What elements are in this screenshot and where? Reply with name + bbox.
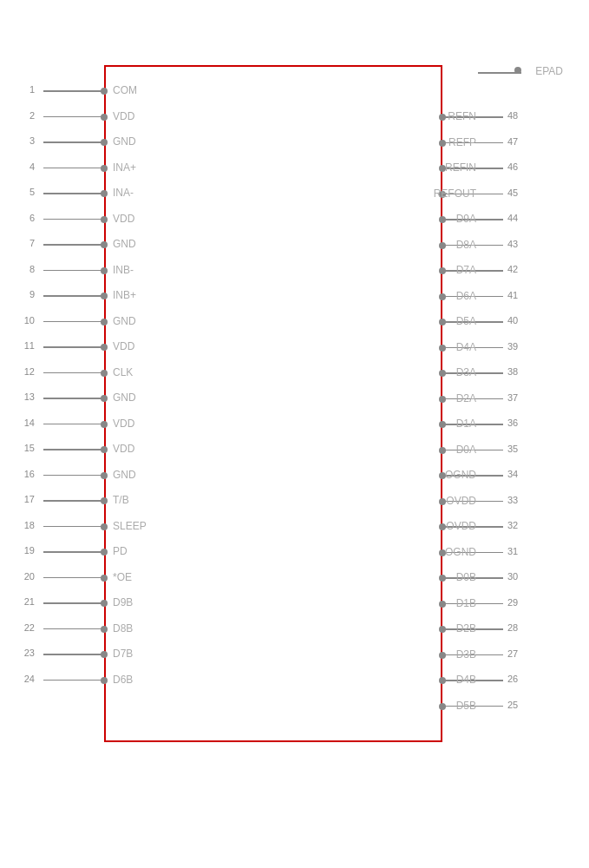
left-pin-line-22 (43, 628, 104, 630)
right-pin-39: 39D4A (434, 339, 589, 357)
left-pin-dot-11 (101, 344, 108, 351)
left-pin-3: 3GND (0, 134, 113, 151)
left-pin-number-5: 5 (29, 187, 35, 197)
right-pin-41: 41D6A (434, 288, 589, 306)
right-pin-label-25: D5B (456, 700, 476, 712)
left-pin-label-21: D9B (113, 596, 133, 608)
left-pin-label-14: VDD (113, 418, 134, 430)
left-pin-21: 21D9B (0, 595, 113, 612)
right-pin-31: 31OGND (434, 544, 589, 562)
left-pin-dot-20 (101, 575, 108, 582)
left-pin-label-13: GND (113, 391, 136, 404)
right-pin-label-45: REFOUT (434, 187, 476, 200)
left-pin-dot-10 (101, 319, 108, 326)
right-pin-number-32: 32 (507, 520, 518, 530)
left-pin-dot-15 (101, 446, 108, 453)
left-pin-7: 7GND (0, 236, 113, 253)
right-pin-32: 32OVDD (434, 518, 589, 536)
left-pin-label-11: VDD (113, 340, 134, 352)
left-pin-dot-5 (101, 190, 108, 197)
left-pin-line-6 (43, 219, 104, 220)
right-pin-46: 46REFIN (434, 160, 589, 177)
left-pin-label-15: VDD (113, 443, 134, 455)
right-pin-number-43: 43 (507, 239, 518, 249)
right-pin-label-35: D0A (456, 444, 476, 456)
right-pin-38: 38D3A (434, 365, 589, 382)
right-pin-40: 40D5A (434, 313, 589, 331)
ic-body (104, 65, 442, 742)
left-pin-label-19: PD (113, 545, 128, 557)
left-pin-dot-21 (101, 600, 108, 607)
left-pin-line-21 (43, 602, 104, 604)
left-pin-line-13 (43, 398, 104, 399)
right-pin-label-43: D8A (456, 239, 476, 251)
right-pin-label-30: D0B (456, 571, 476, 583)
left-pin-label-12: CLK (113, 366, 133, 378)
left-pin-line-15 (43, 449, 104, 450)
left-pin-dot-13 (101, 395, 108, 402)
right-pin-number-44: 44 (507, 213, 518, 223)
left-pin-number-6: 6 (29, 213, 35, 223)
right-pin-number-46: 46 (507, 161, 518, 172)
right-pin-number-42: 42 (507, 264, 518, 274)
right-pin-label-27: D3B (456, 648, 476, 661)
left-pin-number-19: 19 (24, 545, 35, 556)
left-pin-label-8: INB- (113, 264, 134, 276)
left-pin-dot-7 (101, 241, 108, 248)
epad-top-dot (514, 67, 521, 74)
right-pin-number-30: 30 (507, 571, 518, 582)
right-pin-number-31: 31 (507, 546, 518, 556)
left-pin-14: 14VDD (0, 416, 113, 433)
left-pin-dot-16 (101, 472, 108, 479)
left-pin-line-23 (43, 654, 104, 655)
left-pin-label-18: SLEEP (113, 520, 147, 532)
left-pin-line-9 (43, 295, 104, 297)
left-pin-line-24 (43, 680, 104, 681)
left-pin-dot-2 (101, 114, 108, 121)
left-pin-6: 6VDD (0, 211, 113, 228)
left-pin-dot-17 (101, 497, 108, 504)
right-pin-number-41: 41 (507, 290, 518, 300)
left-pin-line-4 (43, 168, 104, 169)
left-pin-label-3: GND (113, 135, 136, 148)
right-pin-26: 26D4B (434, 672, 589, 689)
right-pin-number-26: 26 (507, 674, 518, 684)
left-pin-line-7 (43, 244, 104, 246)
left-pin-number-21: 21 (24, 596, 35, 607)
left-pin-number-14: 14 (24, 418, 35, 428)
left-pin-number-10: 10 (24, 315, 35, 326)
right-pin-label-31: OGND (445, 546, 476, 558)
right-pin-number-27: 27 (507, 648, 518, 659)
right-pin-number-28: 28 (507, 622, 518, 633)
right-pin-label-46: REFIN (445, 161, 476, 174)
right-pin-30: 30D0B (434, 569, 589, 587)
right-pin-45: 45REFOUT (434, 186, 589, 203)
right-pin-47: 47REFP (434, 135, 589, 152)
right-pin-number-45: 45 (507, 187, 518, 198)
right-pin-number-36: 36 (507, 418, 518, 428)
right-pin-label-42: D7A (456, 264, 476, 276)
left-pin-dot-4 (101, 165, 108, 172)
left-pin-number-4: 4 (29, 161, 35, 172)
left-pin-number-3: 3 (29, 135, 35, 146)
left-pin-label-5: INA- (113, 187, 134, 199)
left-pin-number-22: 22 (24, 622, 35, 633)
left-pin-5: 5INA- (0, 185, 113, 202)
left-pin-line-17 (43, 500, 104, 502)
right-pin-number-35: 35 (507, 444, 518, 454)
left-pin-15: 15VDD (0, 441, 113, 458)
right-pin-number-37: 37 (507, 392, 518, 403)
left-pin-label-20: *OE (113, 571, 132, 583)
left-pin-9: 9INB+ (0, 287, 113, 305)
left-pin-number-8: 8 (29, 264, 35, 274)
right-pin-label-47: REFP (448, 136, 476, 148)
left-pin-10: 10GND (0, 313, 113, 331)
left-pin-16: 16GND (0, 467, 113, 484)
right-pin-37: 37D2A (434, 391, 589, 408)
left-pin-number-1: 1 (29, 84, 35, 95)
right-pin-34: 34OGND (434, 467, 589, 484)
right-pin-number-29: 29 (507, 597, 518, 608)
left-pin-line-18 (43, 526, 104, 528)
left-pin-dot-23 (101, 651, 108, 658)
left-pin-label-23: D7B (113, 648, 133, 660)
